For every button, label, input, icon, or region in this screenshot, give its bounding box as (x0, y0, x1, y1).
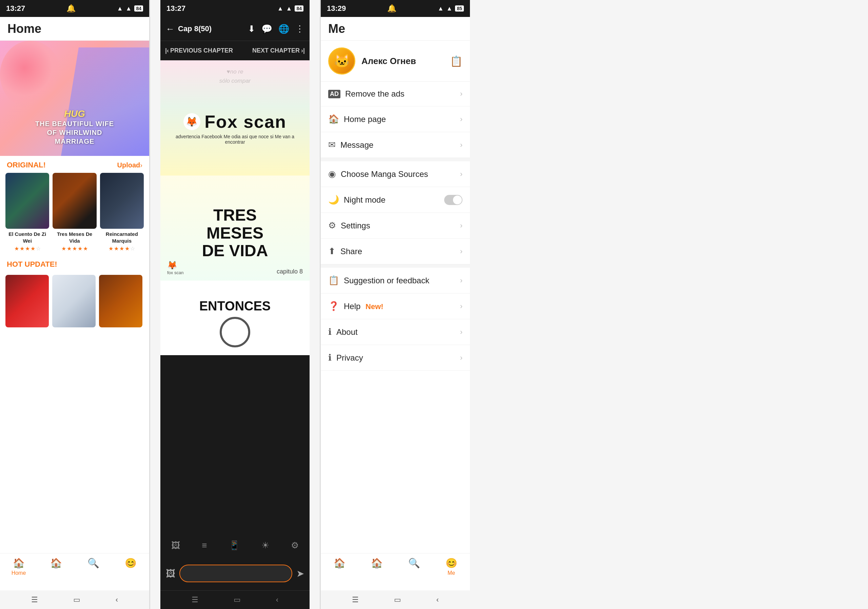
back-icon[interactable]: ‹ (116, 595, 118, 604)
right-time: 13:29 (327, 4, 346, 13)
brightness-icon[interactable]: ☀ (261, 540, 269, 551)
mid-time: 13:27 (166, 4, 186, 13)
right-square-icon[interactable]: ▭ (394, 595, 401, 604)
menu-arrow: › (460, 354, 462, 362)
mid-back-icon[interactable]: ‹ (276, 595, 278, 604)
menu-item-feedback[interactable]: 📋 Suggestion or feedback › (321, 268, 470, 294)
next-chapter-button[interactable]: NEXT CHAPTER ›| (252, 47, 305, 54)
me-nav-icon: 😊 (125, 558, 136, 569)
menu-label-help: Help New! (344, 301, 460, 311)
menu-label-home-page: Home page (344, 114, 460, 124)
library-nav-icon: 🏠 (50, 558, 62, 569)
help-new-badge: New! (366, 302, 383, 311)
next-ch-arrow: ›| (301, 47, 305, 54)
fox-bottom-label: 🦊 fox scan (167, 261, 183, 275)
hot-thumb-3[interactable] (99, 275, 143, 328)
mid-screen: 13:27 ▲ ▲ 84 ← Cap 8(50) ⬇ 💬 🌐 ⋮ |‹ PREV… (160, 0, 310, 609)
menu-item-help[interactable]: ❓ Help New! › (321, 294, 470, 319)
menu-label-night-mode: Night mode (344, 195, 444, 205)
menu-item-night-mode[interactable]: 🌙 Night mode (321, 187, 470, 213)
manga-card-3[interactable]: Reincarnated Marquis ★ ★ ★ ★ ☆ (100, 173, 144, 252)
right-nav-search[interactable]: 🔍 (395, 558, 432, 569)
home-nav-label: Home (11, 570, 26, 576)
left-nav-me[interactable]: 😊 (112, 558, 149, 570)
menu-item-remove-ads[interactable]: AD Remove the ads › (321, 82, 470, 107)
menu-item-about[interactable]: ℹ About › (321, 319, 470, 345)
fox-icon: 🦊 (183, 113, 200, 130)
image-attach-icon[interactable]: 🖼 (166, 568, 175, 579)
manga-card-2[interactable]: Tres Meses De Vida ★ ★ ★ ★ ★ (53, 173, 96, 252)
right-nav-me[interactable]: 😊 Me (432, 558, 470, 576)
star: ★ (108, 245, 113, 252)
right-nav-home[interactable]: 🏠 (321, 558, 358, 569)
send-icon[interactable]: ➤ (296, 568, 304, 579)
gallery-icon[interactable]: 🖼 (171, 540, 180, 551)
comment-input[interactable] (179, 564, 292, 582)
menu-divider-2 (321, 264, 470, 268)
right-battery: 85 (455, 5, 464, 11)
menu-arrow: › (460, 170, 462, 179)
manga-thumb-3 (100, 173, 144, 229)
upload-link[interactable]: Upload (117, 161, 140, 169)
right-nav-library[interactable]: 🏠 (358, 558, 395, 569)
left-nav-search[interactable]: 🔍 (74, 558, 112, 570)
mid-menu-icon[interactable]: ☰ (192, 595, 198, 604)
hot-thumb-2[interactable] (52, 275, 96, 328)
menu-arrow: › (460, 115, 462, 124)
menu-arrow: › (460, 302, 462, 311)
left-status-icons: ▲ ▲ 84 (117, 5, 143, 12)
menu-item-privacy[interactable]: ℹ Privacy › (321, 345, 470, 371)
night-mode-toggle[interactable] (444, 195, 462, 205)
menu-item-home-page[interactable]: 🏠 Home page › (321, 107, 470, 132)
star: ★ (31, 245, 35, 252)
right-menu-icon[interactable]: ☰ (352, 595, 359, 604)
menu-icon[interactable]: ☰ (31, 595, 38, 604)
language-icon[interactable]: 🌐 (278, 24, 289, 34)
menu-label-share: Share (340, 247, 460, 256)
chapters-icon[interactable]: ≡ (202, 540, 207, 551)
right-back-icon[interactable]: ‹ (436, 595, 439, 604)
avatar: 🐱 (328, 48, 355, 74)
manga-page-tres: TRES MESES DE VIDA 🦊 fox scan capitulo 8 (160, 176, 310, 281)
star: ★ (72, 245, 77, 252)
more-icon[interactable]: ⋮ (295, 24, 304, 34)
help-icon: ❓ (328, 301, 339, 311)
download-icon[interactable]: ⬇ (248, 24, 255, 34)
right-library-icon: 🏠 (371, 558, 383, 569)
night-mode-icon: 🌙 (328, 195, 339, 205)
left-nav-home[interactable]: 🏠 Home (0, 558, 37, 576)
mid-square-icon[interactable]: ▭ (234, 595, 241, 604)
stars-2: ★ ★ ★ ★ ★ (53, 245, 96, 252)
mid-back-button[interactable]: ← (166, 24, 175, 34)
fox-scan-title: 🦊 Fox scan (183, 111, 286, 132)
home-page-icon: 🏠 (328, 114, 339, 124)
message-icon: ✉ (328, 140, 336, 150)
menu-divider-1 (321, 158, 470, 161)
menu-label-manga-sources: Choose Manga Sources (341, 170, 460, 179)
left-page-title: Home (8, 22, 41, 36)
settings-icon[interactable]: ⚙ (291, 540, 299, 551)
menu-label-about: About (336, 328, 460, 337)
reader-icon[interactable]: 📱 (229, 540, 240, 551)
prev-chapter-button[interactable]: |‹ PREVIOUS CHAPTER (165, 47, 233, 54)
menu-item-message[interactable]: ✉ Message › (321, 132, 470, 158)
manga-row: El Cuento De Zi Wei ★ ★ ★ ★ ☆ Tres Meses… (0, 173, 149, 257)
star: ★ (83, 245, 88, 252)
next-ch-label: NEXT CHAPTER (252, 47, 300, 54)
left-nav-library[interactable]: 🏠 (37, 558, 74, 570)
home-banner: HUG THE BEAUTIFUL WIFE OF WHIRLWIND MARR… (0, 41, 149, 156)
page-watermark: ♥no re sólo compar (160, 67, 310, 85)
hot-thumb-1[interactable] (5, 275, 49, 328)
menu-arrow: › (460, 328, 462, 337)
square-icon[interactable]: ▭ (73, 595, 81, 604)
mid-wifi-icon: ▲ (286, 5, 292, 12)
original-label: ORIGINAL! (7, 161, 46, 170)
menu-item-share[interactable]: ⬆ Share › (321, 239, 470, 264)
comment-icon[interactable]: 💬 (261, 24, 272, 34)
manga-card-1[interactable]: El Cuento De Zi Wei ★ ★ ★ ★ ☆ (5, 173, 49, 252)
chapter-title: Cap 8(50) (178, 25, 212, 33)
star: ★ (20, 245, 25, 252)
profile-edit-icon[interactable]: 📋 (450, 55, 462, 67)
menu-item-manga-sources[interactable]: ◉ Choose Manga Sources › (321, 161, 470, 187)
menu-item-settings[interactable]: ⚙ Settings › (321, 213, 470, 239)
